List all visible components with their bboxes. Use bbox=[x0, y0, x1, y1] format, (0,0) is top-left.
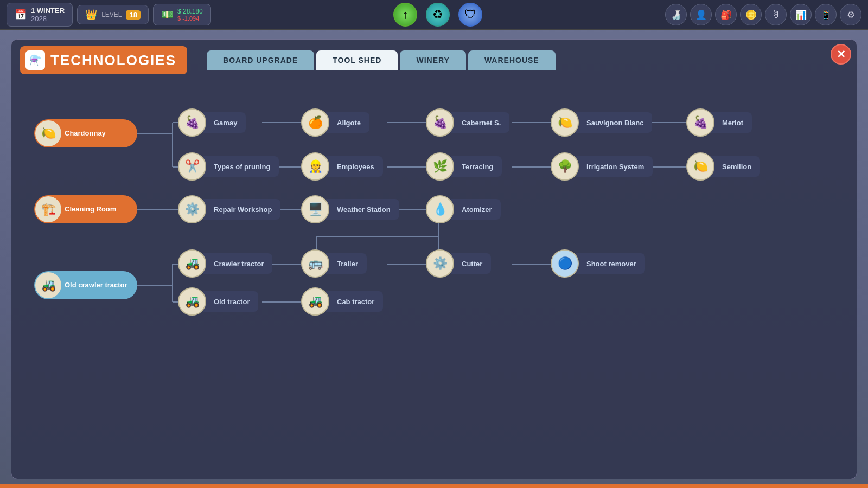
sauvignon-blanc-label: Sauvignon Blanc bbox=[576, 112, 652, 133]
node-gamay[interactable]: 🍇 Gamay bbox=[178, 108, 246, 137]
pruning-icon: ✂️ bbox=[178, 152, 206, 181]
repair-workshop-label: Repair Workshop bbox=[203, 199, 280, 220]
technologies-title-box: ⚗️ TECHNOLOGIES bbox=[20, 46, 187, 74]
chardonnay-icon: 🍋 bbox=[35, 120, 61, 146]
trailer-icon: 🚌 bbox=[301, 249, 329, 278]
node-trailer[interactable]: 🚌 Trailer bbox=[301, 249, 367, 278]
node-pruning[interactable]: ✂️ Types of pruning bbox=[178, 152, 279, 181]
node-terracing[interactable]: 🌿 Terracing bbox=[426, 152, 502, 181]
old-crawler-label: Old crawler tractor bbox=[65, 281, 127, 290]
cleaning-room-label: Cleaning Room bbox=[65, 205, 116, 214]
connector-lines bbox=[29, 87, 788, 326]
money-pill[interactable]: 💵 $ 28.180 $ -1.094 bbox=[153, 4, 211, 25]
topbar-left: 📅 1 WINTER 2028 👑 LEVEL 18 💵 $ 28.180 $ … bbox=[7, 3, 211, 27]
node-cab-tractor[interactable]: 🚜 Cab tractor bbox=[301, 287, 383, 316]
panel-body: 🍋 Chardonnay 🍇 Gamay 🍊 Aligote 🍇 Caberne… bbox=[11, 74, 857, 339]
old-tractor-label: Old tractor bbox=[203, 291, 258, 312]
repair-workshop-icon: ⚙️ bbox=[178, 195, 206, 223]
node-semillon[interactable]: 🍋 Semillon bbox=[686, 152, 760, 181]
level-pill[interactable]: 👑 LEVEL 18 bbox=[77, 5, 149, 24]
coin-icon[interactable]: 🪙 bbox=[740, 4, 762, 25]
tab-warehouse[interactable]: WAREHOUSE bbox=[468, 50, 556, 70]
close-button[interactable]: ✕ bbox=[831, 44, 851, 65]
node-shoot-remover[interactable]: 🔵 Shoot remover bbox=[551, 249, 645, 278]
level-label: LEVEL bbox=[101, 11, 122, 18]
cutter-icon: ⚙️ bbox=[426, 249, 454, 278]
money-amount: $ 28.180 bbox=[177, 8, 203, 15]
cleaning-room-icon: 🏗️ bbox=[35, 196, 61, 222]
atomizer-icon: 💧 bbox=[426, 195, 454, 223]
node-cutter[interactable]: ⚙️ Cutter bbox=[426, 249, 491, 278]
old-tractor-icon: 🚜 bbox=[178, 287, 206, 316]
node-old-tractor[interactable]: 🚜 Old tractor bbox=[178, 287, 258, 316]
crawler-tractor-icon: 🚜 bbox=[178, 249, 206, 278]
employees-icon: 👷 bbox=[301, 152, 329, 181]
season-text: 1 WINTER bbox=[31, 7, 65, 15]
tab-winery[interactable]: WINERY bbox=[400, 50, 465, 70]
aligote-icon: 🍊 bbox=[301, 108, 329, 137]
trailer-label: Trailer bbox=[326, 253, 367, 274]
technologies-panel: ⚗️ TECHNOLOGIES BOARD UPGRADE TOOL SHED … bbox=[11, 39, 857, 479]
node-merlot[interactable]: 🍇 Merlot bbox=[686, 108, 752, 137]
year-text: 2028 bbox=[31, 15, 65, 23]
cabernet-icon: 🍇 bbox=[426, 108, 454, 137]
bottom-bar bbox=[0, 484, 868, 488]
topbar-right: 🍶 👤 🎒 🪙 🛢 📊 📱 ⚙ bbox=[665, 4, 861, 25]
technologies-icon: ⚗️ bbox=[25, 50, 45, 70]
irrigation-icon: 🌳 bbox=[551, 152, 579, 181]
semillon-label: Semillon bbox=[711, 156, 760, 177]
irrigation-label: Irrigation System bbox=[576, 156, 653, 177]
bag-icon[interactable]: 🎒 bbox=[715, 4, 737, 25]
node-irrigation[interactable]: 🌳 Irrigation System bbox=[551, 152, 653, 181]
tab-bar: BOARD UPGRADE TOOL SHED WINERY WAREHOUSE bbox=[207, 50, 558, 70]
node-aligote[interactable]: 🍊 Aligote bbox=[301, 108, 369, 137]
level-value: 18 bbox=[126, 10, 140, 20]
old-crawler-icon: 🚜 bbox=[35, 272, 61, 298]
semillon-icon: 🍋 bbox=[686, 152, 714, 181]
chart-icon[interactable]: 📊 bbox=[790, 4, 812, 25]
atomizer-label: Atomizer bbox=[451, 199, 501, 220]
node-atomizer[interactable]: 💧 Atomizer bbox=[426, 195, 501, 223]
node-crawler-tractor[interactable]: 🚜 Crawler tractor bbox=[178, 249, 272, 278]
gamay-label: Gamay bbox=[203, 112, 246, 133]
merlot-icon: 🍇 bbox=[686, 108, 714, 137]
tab-board-upgrade[interactable]: BOARD UPGRADE bbox=[207, 50, 314, 70]
crawler-tractor-label: Crawler tractor bbox=[203, 253, 272, 274]
cab-tractor-icon: 🚜 bbox=[301, 287, 329, 316]
node-repair-workshop[interactable]: ⚙️ Repair Workshop bbox=[178, 195, 280, 223]
tab-tool-shed[interactable]: TOOL SHED bbox=[316, 50, 398, 70]
root-old-crawler[interactable]: 🚜 Old crawler tractor bbox=[34, 271, 137, 299]
phone-icon[interactable]: 📱 bbox=[815, 4, 837, 25]
panel-title: TECHNOLOGIES bbox=[50, 52, 176, 69]
main-area: ⚗️ TECHNOLOGIES BOARD UPGRADE TOOL SHED … bbox=[0, 30, 868, 484]
person-icon[interactable]: 👤 bbox=[690, 4, 712, 25]
root-chardonnay[interactable]: 🍋 Chardonnay bbox=[34, 119, 137, 147]
shoot-remover-icon: 🔵 bbox=[551, 249, 579, 278]
pruning-label: Types of pruning bbox=[203, 156, 279, 177]
bottle-icon[interactable]: 🍶 bbox=[665, 4, 687, 25]
cabernet-label: Cabernet S. bbox=[451, 112, 509, 133]
sauvignon-blanc-icon: 🍋 bbox=[551, 108, 579, 137]
shoot-remover-label: Shoot remover bbox=[576, 253, 645, 274]
node-employees[interactable]: 👷 Employees bbox=[301, 152, 383, 181]
shield-icon[interactable]: 🛡 bbox=[458, 3, 482, 27]
aligote-label: Aligote bbox=[326, 112, 369, 133]
season-pill[interactable]: 📅 1 WINTER 2028 bbox=[7, 3, 73, 27]
node-weather-station[interactable]: 🖥️ Weather Station bbox=[301, 195, 399, 223]
employees-label: Employees bbox=[326, 156, 383, 177]
panel-header: ⚗️ TECHNOLOGIES BOARD UPGRADE TOOL SHED … bbox=[11, 40, 857, 74]
root-cleaning-room[interactable]: 🏗️ Cleaning Room bbox=[34, 195, 137, 223]
arrow-up-icon[interactable]: ↑ bbox=[393, 3, 417, 27]
weather-station-label: Weather Station bbox=[326, 199, 399, 220]
topbar: 📅 1 WINTER 2028 👑 LEVEL 18 💵 $ 28.180 $ … bbox=[0, 0, 868, 30]
money-change: $ -1.094 bbox=[177, 15, 203, 22]
weather-station-icon: 🖥️ bbox=[301, 195, 329, 223]
node-cabernet[interactable]: 🍇 Cabernet S. bbox=[426, 108, 509, 137]
tech-tree: 🍋 Chardonnay 🍇 Gamay 🍊 Aligote 🍇 Caberne… bbox=[29, 87, 788, 326]
barrel-icon[interactable]: 🛢 bbox=[765, 4, 787, 25]
cab-tractor-label: Cab tractor bbox=[326, 291, 383, 312]
recycle-icon[interactable]: ♻ bbox=[426, 3, 450, 27]
terracing-label: Terracing bbox=[451, 156, 502, 177]
node-sauvignon-blanc[interactable]: 🍋 Sauvignon Blanc bbox=[551, 108, 652, 137]
gear-icon[interactable]: ⚙ bbox=[840, 4, 861, 25]
